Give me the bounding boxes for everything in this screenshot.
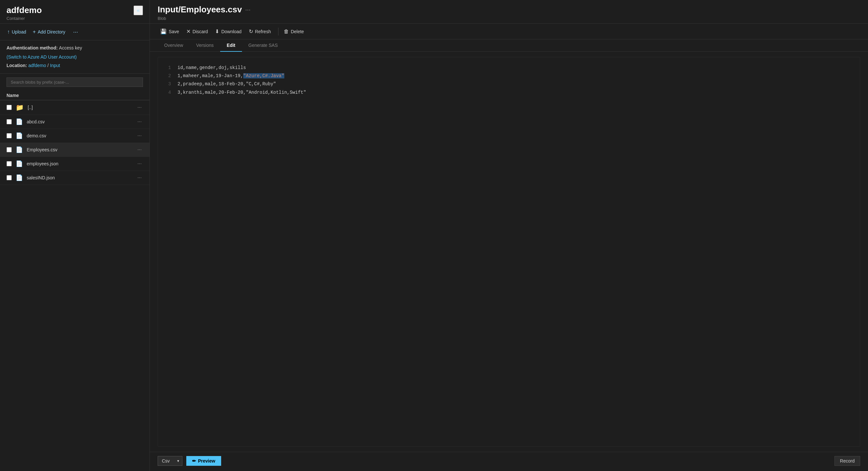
delete-label: Delete <box>291 29 304 34</box>
code-line-3: 3 2,pradeep,male,18-Feb-20,"C,C#,Ruby" <box>164 80 854 88</box>
format-select-wrapper: Csv Json Text ▾ <box>158 456 182 466</box>
file-more-button[interactable]: ··· <box>136 118 143 125</box>
file-checkbox[interactable] <box>6 133 12 138</box>
file-checkbox[interactable] <box>6 175 12 180</box>
tab-edit[interactable]: Edit <box>220 39 242 52</box>
location-link-input[interactable]: Input <box>50 62 60 70</box>
record-button[interactable]: Record <box>834 456 860 466</box>
delete-button[interactable]: 🗑 Delete <box>281 27 308 36</box>
tab-versions[interactable]: Versions <box>190 39 220 52</box>
file-more-button[interactable]: ··· <box>136 146 143 153</box>
line-content: 1,maheer,male,19-Jan-19,"Azure,C#.Java" <box>178 72 284 80</box>
file-title: Input/Employees.csv <box>158 5 242 15</box>
toolbar-more-button[interactable]: ··· <box>71 28 80 36</box>
container-title-row: adfdemo « <box>6 5 143 15</box>
code-line-4: 4 3,kranthi,male,20-Feb-20,"Android,Kotl… <box>164 89 854 97</box>
pencil-icon: ✏ <box>192 458 196 464</box>
location-line: Location: adfdemo / Input <box>6 62 143 70</box>
discard-button[interactable]: ✕ Discard <box>184 27 212 36</box>
left-header: adfdemo « Container <box>0 0 150 24</box>
file-checkbox[interactable] <box>6 119 12 124</box>
save-button[interactable]: 💾 Save <box>158 27 184 36</box>
auth-section: Authentication method: Access key (Switc… <box>0 40 150 74</box>
file-name: abcd.csv <box>27 119 132 124</box>
refresh-icon: ↻ <box>249 28 253 34</box>
right-toolbar: 💾 Save ✕ Discard ⬇ Download ↻ Refresh 🗑 … <box>150 24 868 39</box>
line-number: 3 <box>164 80 171 88</box>
refresh-label: Refresh <box>255 29 271 34</box>
toolbar-separator <box>278 28 278 35</box>
file-name: demo.csv <box>27 133 132 138</box>
line-number: 1 <box>164 64 171 72</box>
preview-button[interactable]: ✏ Preview <box>186 456 221 466</box>
file-more-button[interactable]: ··· <box>136 160 143 167</box>
line-content: 3,kranthi,male,20-Feb-20,"Android,Kotlin… <box>178 89 306 97</box>
list-item[interactable]: 📄 Employees.csv ··· <box>0 143 150 157</box>
download-icon: ⬇ <box>215 28 219 34</box>
tabs-bar: Overview Versions Edit Generate SAS <box>150 39 868 52</box>
line-number: 4 <box>164 89 171 97</box>
search-input[interactable] <box>6 77 143 87</box>
file-checkbox[interactable] <box>6 105 12 110</box>
file-checkbox[interactable] <box>6 161 12 166</box>
delete-icon: 🗑 <box>284 29 289 34</box>
preview-label: Preview <box>198 458 215 464</box>
collapse-button[interactable]: « <box>133 5 143 15</box>
file-list-header: Name <box>0 91 150 100</box>
upload-button[interactable]: ↑ Upload <box>6 28 27 36</box>
file-name: Employees.csv <box>27 147 132 152</box>
list-item[interactable]: 📁 [..] ··· <box>0 100 150 115</box>
file-name: employees.json <box>27 161 132 166</box>
left-toolbar: ↑ Upload + Add Directory ··· <box>0 24 150 40</box>
line-content: 2,pradeep,male,18-Feb-20,"C,C#,Ruby" <box>178 80 276 88</box>
folder-icon: 📁 <box>16 103 24 111</box>
right-header: Input/Employees.csv ··· Blob <box>150 0 868 24</box>
list-item[interactable]: 📄 employees.json ··· <box>0 157 150 171</box>
doc-icon: 📄 <box>16 160 23 167</box>
tab-overview[interactable]: Overview <box>158 39 190 52</box>
file-type-badge: Blob <box>158 16 860 21</box>
doc-icon: 📄 <box>16 132 23 139</box>
doc-icon: 📄 <box>16 118 23 125</box>
discard-icon: ✕ <box>186 28 190 34</box>
file-title-more-button[interactable]: ··· <box>245 6 251 13</box>
file-title-row: Input/Employees.csv ··· <box>158 5 860 15</box>
location-link-adfdemo[interactable]: adfdemo <box>28 62 46 70</box>
file-more-button[interactable]: ··· <box>136 174 143 181</box>
upload-label: Upload <box>12 29 26 34</box>
bottom-bar: Csv Json Text ▾ ✏ Preview <box>150 452 868 471</box>
line-content: id,name,gender,doj,skills <box>178 64 246 72</box>
doc-icon: 📄 <box>16 174 23 181</box>
refresh-button[interactable]: ↻ Refresh <box>246 27 276 36</box>
list-item[interactable]: 📄 salesIND.json ··· <box>0 171 150 185</box>
file-more-button[interactable]: ··· <box>136 104 143 111</box>
container-name: adfdemo <box>6 5 42 15</box>
list-item[interactable]: 📄 abcd.csv ··· <box>0 115 150 129</box>
file-checkbox[interactable] <box>6 147 12 152</box>
add-directory-button[interactable]: + Add Directory <box>32 28 66 36</box>
upload-icon: ↑ <box>7 29 10 35</box>
auth-method-line: Authentication method: Access key (Switc… <box>6 44 143 61</box>
code-editor: 1 id,name,gender,doj,skills 2 1,maheer,m… <box>158 57 860 446</box>
download-label: Download <box>221 29 241 34</box>
discard-label: Discard <box>192 29 208 34</box>
auth-method-label: Authentication method: <box>6 44 58 52</box>
add-directory-icon: + <box>33 29 35 35</box>
file-name: salesIND.json <box>27 175 132 180</box>
doc-icon: 📄 <box>16 146 23 153</box>
add-directory-label: Add Directory <box>38 29 65 34</box>
location-separator: / <box>47 62 49 70</box>
auth-method-value: Access key <box>59 44 82 52</box>
code-line-1: 1 id,name,gender,doj,skills <box>164 64 854 72</box>
location-label: Location: <box>6 62 27 70</box>
container-subtitle: Container <box>6 16 143 21</box>
auth-switch-link[interactable]: (Switch to Azure AD User Account) <box>6 54 77 61</box>
tab-generate-sas[interactable]: Generate SAS <box>242 39 284 52</box>
download-button[interactable]: ⬇ Download <box>212 27 246 36</box>
file-more-button[interactable]: ··· <box>136 132 143 139</box>
highlight-string: "Azure,C#.Java" <box>243 73 284 78</box>
format-select[interactable]: Csv Json Text <box>158 456 182 466</box>
right-panel: Input/Employees.csv ··· Blob 💾 Save ✕ Di… <box>150 0 868 471</box>
list-item[interactable]: 📄 demo.csv ··· <box>0 129 150 143</box>
file-name: [..] <box>28 105 132 110</box>
